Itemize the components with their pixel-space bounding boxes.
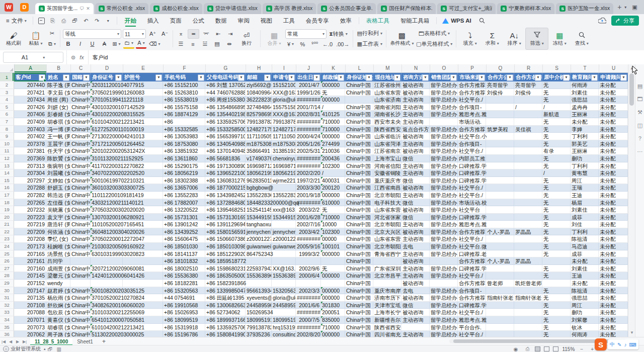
cell[interactable]: tanghaoxu bbox=[246, 221, 272, 228]
cell[interactable]: 何依涵 (女 bbox=[46, 228, 70, 236]
menu-tab-效率[interactable]: 效率 bbox=[335, 15, 357, 27]
column-letter[interactable]: E bbox=[123, 64, 164, 72]
cell[interactable]: 未分配 bbox=[599, 228, 628, 236]
underline-button[interactable]: U bbox=[87, 40, 98, 48]
cell[interactable]: +86 13901242 bbox=[163, 221, 205, 228]
borders-button[interactable]: ⊞▾ bbox=[111, 40, 122, 48]
percent-icon[interactable]: % bbox=[297, 40, 308, 48]
row-header[interactable]: 35 bbox=[0, 324, 14, 331]
decrease-indent-icon[interactable]: ⇤ bbox=[213, 30, 223, 38]
cell[interactable]: 马恋迪 bbox=[571, 243, 599, 250]
cell[interactable]: 未分配 bbox=[599, 206, 628, 214]
cell[interactable]: +86 1335925706 bbox=[205, 118, 246, 126]
cell[interactable] bbox=[514, 214, 542, 221]
cell[interactable]: 被动咨询 bbox=[401, 309, 430, 316]
cell[interactable]: 江西省南昌 bbox=[373, 184, 401, 192]
menu-tab-页面[interactable]: 页面 bbox=[165, 15, 187, 27]
cell[interactable]: guiwanwei bbox=[246, 243, 272, 250]
cell[interactable]: China中国 bbox=[345, 257, 373, 265]
cell[interactable]: 主动咨询 bbox=[401, 235, 430, 243]
cell[interactable]: 新疆维吾尔 bbox=[373, 316, 401, 324]
cell[interactable]: 未分配 bbox=[571, 257, 599, 265]
cell[interactable]: 207088 bbox=[14, 309, 46, 316]
filter-dropdown-icon[interactable]: ▼ bbox=[313, 74, 320, 81]
cell[interactable]: 上海市长宁 bbox=[373, 309, 401, 316]
cell[interactable]: 合作方推荐 bbox=[458, 228, 486, 236]
cell[interactable]: 无 bbox=[542, 235, 571, 243]
cell[interactable]: +86 18999371661 bbox=[205, 316, 246, 324]
cell[interactable]: 未分配 bbox=[599, 214, 628, 221]
cell[interactable]: 799138782 bbox=[272, 118, 296, 126]
sidebar-chart-icon[interactable]: ◫ bbox=[635, 119, 644, 132]
increase-decimal-icon[interactable]: ←.0 bbox=[321, 40, 334, 48]
cell[interactable]: +86 1300682663 bbox=[205, 302, 246, 309]
cell[interactable]: 社交平台./ bbox=[458, 184, 486, 192]
cell[interactable]: 微信 bbox=[401, 199, 430, 207]
row-header[interactable]: 14 bbox=[0, 169, 14, 177]
cell[interactable]: jennychen7 bbox=[272, 228, 296, 236]
cell[interactable]: China中国 bbox=[345, 140, 373, 148]
cell[interactable]: +86 1850103098 bbox=[205, 243, 246, 250]
cell[interactable]: +86 1580841990 bbox=[205, 331, 246, 337]
cell[interactable]: 000000 bbox=[321, 331, 345, 337]
cell[interactable]: 2003/4/2 bbox=[296, 228, 321, 236]
cell[interactable]: 1999/1/26 bbox=[296, 89, 321, 97]
decrease-font-icon[interactable]: A⁻ bbox=[159, 30, 170, 38]
row-header[interactable]: 21 bbox=[0, 221, 14, 228]
cell[interactable]: 留学总经办 bbox=[430, 126, 458, 133]
cell[interactable] bbox=[514, 250, 542, 258]
cell[interactable] bbox=[486, 169, 514, 177]
comment-bubble-icon[interactable]: 🗩 bbox=[79, 6, 84, 11]
cell[interactable]: 山东省东营 bbox=[373, 235, 401, 243]
cell[interactable]: 电子科技大 bbox=[373, 199, 401, 207]
cell[interactable] bbox=[486, 221, 514, 228]
wrap-text-button[interactable]: ⏎ 换行 bbox=[235, 28, 258, 49]
row-header[interactable]: 13 bbox=[0, 162, 14, 170]
cell[interactable] bbox=[514, 243, 542, 250]
table-style-button[interactable]: 🗔 表格样式▾ bbox=[415, 29, 453, 38]
normal-view-icon[interactable] bbox=[535, 346, 540, 351]
column-letter[interactable]: R bbox=[515, 64, 543, 72]
cell[interactable]: China中国 bbox=[70, 192, 91, 199]
filter-dropdown-icon[interactable]: ▼ bbox=[450, 74, 457, 81]
cell[interactable]: 筑梦美程 bbox=[486, 126, 514, 133]
cell[interactable]: 207421 bbox=[14, 89, 46, 97]
font-color-button[interactable]: A▾ bbox=[136, 39, 146, 49]
row-header[interactable]: 33 bbox=[0, 309, 14, 316]
cell[interactable]: 舒欣娴 (女 bbox=[46, 302, 70, 309]
cell[interactable]: 未分配 bbox=[599, 221, 628, 228]
cell[interactable]: 799138782 bbox=[246, 118, 272, 126]
rows-columns-button[interactable]: ▤ 行和列▾ bbox=[356, 29, 383, 38]
cell[interactable]: 社交平台.小 bbox=[458, 133, 486, 140]
cell[interactable]: 799138782 bbox=[246, 324, 272, 331]
cell[interactable]: ######## bbox=[296, 324, 321, 331]
cell[interactable]: 962835011 bbox=[246, 177, 272, 185]
cell[interactable]: 刘紫馨 bbox=[571, 316, 599, 324]
cell[interactable]: 合作方推荐 bbox=[458, 257, 486, 265]
cell[interactable]: 未分配 bbox=[599, 104, 628, 111]
vertical-scrollbar[interactable]: ▲ ▼ bbox=[628, 64, 635, 337]
cell[interactable]: +86 1851229020 bbox=[205, 250, 246, 258]
cell[interactable]: xyevents@ bbox=[246, 294, 272, 302]
cell[interactable]: 000000 bbox=[321, 272, 345, 280]
cell[interactable]: China中国 bbox=[345, 287, 373, 295]
paste-button[interactable]: 📋 粘贴▾ bbox=[25, 28, 47, 49]
ime-keyboard-icon[interactable]: ⌨ bbox=[629, 342, 636, 347]
row-header[interactable]: 3 bbox=[0, 89, 14, 97]
cell[interactable]: 未分配 bbox=[599, 199, 628, 207]
cell[interactable]: China中国 bbox=[345, 162, 373, 170]
cell[interactable]: +44 7460762888 bbox=[205, 89, 246, 97]
cell[interactable]: 未分配 bbox=[599, 89, 628, 97]
cell[interactable]: hrq153199 bbox=[272, 324, 296, 331]
row-header[interactable]: 25 bbox=[0, 250, 14, 258]
column-header[interactable]: 姓名▼ bbox=[46, 73, 70, 81]
cell[interactable]: 未分配 bbox=[599, 243, 628, 250]
cell[interactable]: 未分配 bbox=[599, 96, 628, 104]
align-middle-icon[interactable]: ≖ bbox=[188, 29, 199, 39]
cell[interactable]: 无 bbox=[542, 287, 571, 295]
cell[interactable]: +86 周煜155380 bbox=[205, 96, 246, 104]
freeze-button[interactable]: ▦ 冻结▾ bbox=[548, 28, 571, 49]
cell[interactable]: m1875308t bbox=[246, 140, 272, 148]
cell[interactable]: 未分配 bbox=[599, 280, 628, 287]
cell[interactable]: 654101200007050581 bbox=[91, 316, 123, 324]
